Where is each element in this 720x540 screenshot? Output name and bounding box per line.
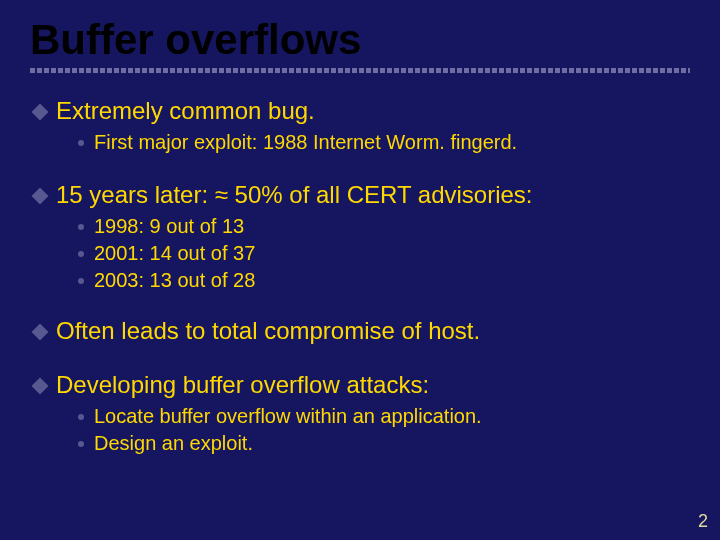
subbullet-text: 1998: 9 out of 13: [94, 215, 244, 237]
subbullet-text: 2003: 13 out of 28: [94, 269, 255, 291]
subbullet-2001: 2001: 14 out of 37: [78, 241, 690, 266]
slide: Buffer overflows Extremely common bug. F…: [0, 0, 720, 540]
bullet-compromise: Often leads to total compromise of host.: [34, 317, 690, 346]
bullet-rest: years later: ≈ 50% of all CERT advisorie…: [83, 181, 533, 208]
subbullet-text: First major exploit: 1988 Internet Worm.…: [94, 131, 517, 153]
subbullet-text: Locate buffer overflow within an applica…: [94, 405, 482, 427]
bullet-years-later: 15 years later: ≈ 50% of all CERT adviso…: [34, 181, 690, 210]
bullet-lead: 15: [56, 181, 83, 208]
bullet-text: Extremely common bug.: [56, 97, 315, 124]
dot-icon: [78, 251, 84, 257]
dot-icon: [78, 278, 84, 284]
subbullet-1998: 1998: 9 out of 13: [78, 214, 690, 239]
title-underline: [30, 68, 690, 73]
bullet-developing: Developing buffer overflow attacks:: [34, 371, 690, 400]
dot-icon: [78, 441, 84, 447]
subbullet-text: 2001: 14 out of 37: [94, 242, 255, 264]
diamond-icon: [32, 378, 49, 395]
diamond-icon: [32, 323, 49, 340]
subbullet-2003: 2003: 13 out of 28: [78, 268, 690, 293]
diamond-icon: [32, 187, 49, 204]
subbullet-locate: Locate buffer overflow within an applica…: [78, 404, 690, 429]
subbullet-design: Design an exploit.: [78, 431, 690, 456]
bullet-text: Often leads to total compromise of host.: [56, 317, 480, 344]
diamond-icon: [32, 104, 49, 121]
slide-title: Buffer overflows: [30, 18, 690, 62]
subbullet-text: Design an exploit.: [94, 432, 253, 454]
bullet-common-bug: Extremely common bug.: [34, 97, 690, 126]
bullet-text: Developing buffer overflow attacks:: [56, 371, 429, 398]
dot-icon: [78, 224, 84, 230]
dot-icon: [78, 140, 84, 146]
dot-icon: [78, 414, 84, 420]
subbullet-first-exploit: First major exploit: 1988 Internet Worm.…: [78, 130, 690, 155]
page-number: 2: [698, 511, 708, 532]
